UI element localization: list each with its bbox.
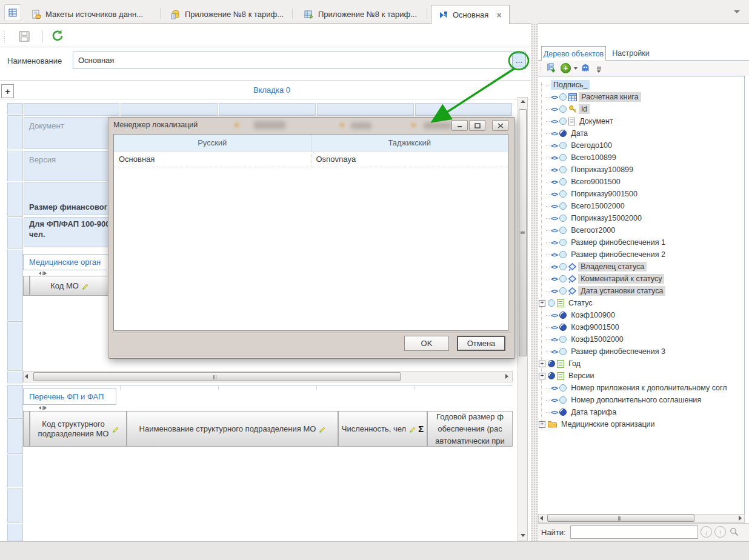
tab-settings[interactable]: Настройки [606, 46, 656, 60]
tree-item[interactable]: <> Комментарий к статусу [538, 273, 744, 285]
ok-button[interactable]: OK [404, 336, 449, 351]
tree-item[interactable]: <> Всегодо100 [538, 139, 744, 152]
find-search-button[interactable] [729, 527, 739, 539]
tree-item[interactable]: <> Коэф15002000 [538, 333, 744, 345]
maximize-button[interactable] [469, 120, 485, 131]
tree-item[interactable]: <> Размер финобеспечения 1 [538, 236, 744, 248]
tab-appendix-8-a[interactable]: Приложение №8 к тариф... [164, 5, 291, 23]
expander-icon[interactable] [539, 300, 545, 307]
save-button[interactable] [18, 30, 30, 45]
toolbar-overflow-button[interactable] [596, 65, 602, 76]
find-next-button[interactable]: ↓ [701, 526, 712, 538]
tab-object-tree[interactable]: Дерево объектов [541, 46, 606, 61]
circle-icon [559, 105, 567, 113]
ghost-toggle-button[interactable] [581, 63, 590, 75]
localization-table-header: Русский Таджикский [114, 135, 508, 152]
tree-item[interactable]: <> Всего100899 [538, 152, 744, 164]
tab-overflow-chevron-icon[interactable] [734, 10, 740, 13]
tree-item[interactable]: <> Поприказу9001500 [538, 188, 744, 200]
splitter-handle-icon[interactable] [39, 406, 47, 410]
expander-icon[interactable] [539, 361, 545, 367]
tree-item[interactable]: <> Поприказу15002000 [538, 212, 744, 224]
tree-item[interactable]: <> Всего15002000 [538, 200, 744, 212]
tab-fp-fap-list[interactable]: Перечень ФП и ФАП [23, 388, 116, 405]
tree-item[interactable]: <> id [538, 103, 744, 115]
pin-icon [568, 287, 576, 295]
tree-item[interactable]: <> Владелец статуса [538, 261, 744, 273]
name-input[interactable]: Основная [73, 52, 526, 69]
tab-appendix-8-b[interactable]: Приложение №8 к тариф... [297, 5, 424, 23]
tree-item[interactable]: <> Подпись_ [538, 79, 744, 91]
folder-icon [548, 421, 557, 428]
find-prev-button[interactable]: ↑ [714, 526, 726, 538]
expander-icon[interactable] [539, 373, 545, 379]
tab-label: Приложение №8 к тариф... [185, 10, 284, 19]
tree-hscroll-right-arrow[interactable] [739, 516, 742, 521]
tree-item[interactable]: <> Коэф100900 [538, 309, 744, 321]
cell-tajik[interactable]: Osnovnaya [311, 152, 508, 167]
tree-item[interactable]: <> Версии [538, 370, 744, 382]
mo-col-header[interactable]: Код МО [30, 276, 109, 296]
vscroll-thumb[interactable] [519, 109, 527, 356]
tree-item[interactable]: <> Коэф9001500 [538, 321, 744, 333]
xml-tag-icon: <> [551, 263, 558, 271]
table-edit-icon [304, 10, 314, 19]
col-russian[interactable]: Русский [114, 135, 311, 151]
add-node-button[interactable]: + [561, 63, 571, 73]
hscroll-thumb[interactable] [33, 372, 401, 381]
tree-hscroll-thumb[interactable] [547, 515, 694, 522]
form-tab-vkladka0[interactable]: Вкладка 0 [13, 85, 530, 95]
col-annual-size[interactable]: Годовой размер ф обеспечения (рас автома… [427, 411, 513, 447]
expand-tree-button[interactable] [546, 62, 557, 76]
sigma-icon[interactable]: Σ [418, 424, 424, 434]
minimize-icon [457, 123, 462, 128]
minimize-button[interactable] [451, 120, 468, 131]
tree-item[interactable]: <> Расчетная книга [538, 91, 744, 103]
home-grid-button[interactable] [4, 4, 21, 21]
tree-item[interactable]: <> Дата [538, 127, 744, 139]
tree-item[interactable]: <> Размер финобеспечения 3 [538, 345, 744, 358]
tree-item[interactable]: <> Год [538, 358, 744, 370]
browse-localization-button[interactable]: … [512, 53, 526, 67]
col-structural-name[interactable]: Наименование структурного подразделения … [127, 411, 338, 447]
col-headcount[interactable]: Численность, чел Σ [338, 411, 427, 447]
add-node-dropdown-icon[interactable] [574, 67, 578, 70]
localization-row[interactable]: Основная Osnovnaya [114, 152, 508, 167]
edit-pencil-icon [318, 425, 325, 433]
tab-osnovnaya-active[interactable]: Основная × [431, 5, 510, 24]
tree-item[interactable]: <> Дата установки статуса [538, 285, 744, 297]
tree-item[interactable]: <> Номер приложения к дополнительному со… [538, 382, 744, 394]
vscroll-down-arrow[interactable] [521, 534, 525, 537]
panel-splitter[interactable] [531, 23, 538, 541]
expander-icon[interactable] [539, 421, 545, 428]
hscroll-right-arrow[interactable] [505, 374, 508, 379]
hscroll-left-arrow[interactable] [25, 374, 28, 379]
col-structural-code[interactable]: Код структурного подразделения МО [30, 411, 127, 447]
tree-hscroll-left-arrow[interactable] [540, 516, 543, 521]
grid-tick [316, 385, 317, 390]
close-button[interactable] [492, 120, 508, 131]
vscroll-up-arrow[interactable] [521, 100, 525, 103]
splitter-handle-icon[interactable] [39, 272, 47, 275]
cell-russian[interactable]: Основная [114, 152, 311, 167]
refresh-button[interactable] [51, 29, 64, 45]
tree-item[interactable]: <> Поприказу100899 [538, 164, 744, 176]
tree-item[interactable]: <> Номер дополнительного соглашения [538, 394, 744, 406]
tree-item[interactable]: <> Дата тарифа [538, 406, 744, 418]
tree-item[interactable]: <> Документ [538, 115, 744, 127]
tab-close-icon[interactable]: × [496, 10, 501, 20]
tab-medical-orgs[interactable]: Медицинские орган [23, 254, 112, 270]
cancel-button[interactable]: Отмена [457, 336, 505, 351]
tree-item[interactable]: <> Всегоот2000 [538, 224, 744, 236]
mo-grid-corner [23, 276, 30, 296]
find-input[interactable] [570, 525, 698, 539]
circle-icon [559, 336, 567, 343]
add-tab-button[interactable]: + [1, 84, 14, 98]
col-tajik[interactable]: Таджикский [311, 135, 508, 151]
tree-item[interactable]: <> Медицинские организации [538, 418, 744, 430]
xml-tag-icon: <> [551, 348, 558, 356]
tree-item[interactable]: <> Статус [538, 297, 744, 309]
tree-item[interactable]: <> Всего9001500 [538, 176, 744, 188]
tab-datasource-layouts[interactable]: Макеты источников данн... [24, 5, 150, 23]
tree-item[interactable]: <> Размер финобеспечения 2 [538, 248, 744, 261]
